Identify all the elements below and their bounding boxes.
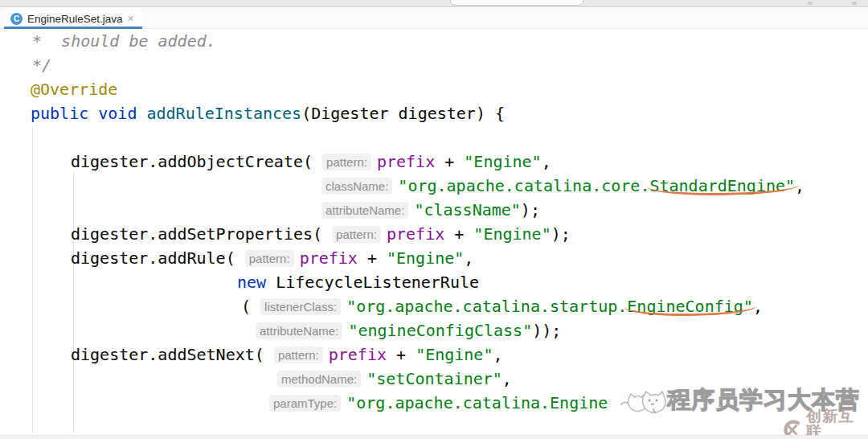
code-line: methodName:"setContainer", bbox=[277, 367, 512, 391]
code-segment: + bbox=[387, 345, 416, 364]
code-line: digester.addSetNext( pattern:prefix + "E… bbox=[71, 343, 503, 367]
code-segment: */ bbox=[32, 55, 51, 75]
ide-window: * should be added.*/@Overridepublic void… bbox=[0, 0, 868, 439]
active-tab-indicator bbox=[4, 27, 142, 29]
code-segment: (Digester digester) { bbox=[301, 104, 505, 123]
code-segment: digester.addObjectCreate( bbox=[71, 152, 322, 171]
code-line: @Override bbox=[31, 77, 117, 101]
toolbar-icon-fragment bbox=[808, 2, 813, 5]
code-segment: "Engine" bbox=[473, 224, 551, 244]
code-segment: "className" bbox=[414, 200, 520, 220]
code-line: ( listenerClass:"org.apache.catalina.sta… bbox=[241, 294, 763, 318]
code-segment: new bbox=[237, 273, 276, 292]
editor-tab-bar: C EngineRuleSet.java × bbox=[0, 8, 868, 29]
code-line: digester.addObjectCreate( pattern:prefix… bbox=[71, 150, 551, 174]
code-segment: + bbox=[435, 152, 464, 171]
parameter-hint: attributeName: bbox=[321, 202, 408, 219]
code-line: digester.addRule( pattern:prefix + "Engi… bbox=[71, 246, 473, 270]
code-segment: + bbox=[444, 224, 473, 244]
code-segment: )); bbox=[532, 321, 561, 340]
indent-guide bbox=[32, 127, 33, 433]
code-segment: ( bbox=[241, 297, 260, 316]
parameter-hint: methodName: bbox=[277, 371, 361, 388]
code-segment: LifecycleListenerRule bbox=[276, 273, 479, 292]
code-segment: , bbox=[493, 345, 502, 364]
code-line: new LifecycleListenerRule bbox=[237, 270, 479, 294]
tab-close-icon[interactable]: × bbox=[128, 13, 134, 24]
parameter-hint: className: bbox=[321, 178, 392, 195]
code-segment: , bbox=[542, 152, 551, 171]
parameter-hint: pattern: bbox=[274, 347, 323, 363]
code-line: attributeName:"engineConfigClass")); bbox=[256, 318, 561, 343]
code-segment: "org.apache.catalina.Engine bbox=[346, 393, 608, 412]
java-class-icon: C bbox=[10, 13, 23, 25]
parameter-hint: listenerClass: bbox=[260, 298, 341, 315]
parameter-hint: pattern: bbox=[245, 250, 294, 267]
code-line: public void addRuleInstances(Digester di… bbox=[31, 101, 505, 125]
code-segment: "Engine" bbox=[464, 152, 541, 171]
code-segment: addRuleInstances bbox=[147, 104, 302, 123]
code-editor[interactable]: * should be added.*/@Overridepublic void… bbox=[0, 0, 868, 439]
code-segment: ); bbox=[521, 200, 540, 220]
code-segment: , bbox=[502, 369, 512, 388]
code-line: */ bbox=[32, 53, 51, 77]
code-segment: + bbox=[358, 248, 387, 268]
toolbar-icon-fragment bbox=[852, 2, 857, 5]
code-line: * should be added. bbox=[32, 29, 216, 53]
parameter-hint: attributeName: bbox=[256, 322, 342, 339]
code-line: attributeName:"className"); bbox=[321, 198, 540, 222]
code-segment: @Override bbox=[31, 80, 117, 99]
parameter-hint: paramType: bbox=[269, 395, 341, 412]
code-segment: "Engine" bbox=[416, 345, 493, 364]
code-segment: * should be added. bbox=[32, 31, 216, 51]
toolbar-search-field[interactable] bbox=[450, 0, 583, 6]
tab-label: EngineRuleSet.java bbox=[27, 13, 123, 25]
code-segment: "org.apache.catalina.core. bbox=[398, 176, 649, 195]
underlined-code: StandardEngine" bbox=[649, 176, 795, 195]
underlined-code: EngineConfig" bbox=[627, 297, 753, 316]
code-line: paramType:"org.apache.catalina.Engine bbox=[269, 391, 608, 415]
code-segment: public void bbox=[31, 104, 147, 123]
code-segment: digester.addSetProperties( bbox=[71, 224, 332, 244]
code-line: digester.addSetProperties( pattern:prefi… bbox=[71, 222, 571, 246]
code-line: className:"org.apache.catalina.core.Stan… bbox=[321, 174, 805, 198]
code-segment: "setContainer" bbox=[366, 369, 502, 388]
parameter-hint: pattern: bbox=[322, 154, 371, 170]
window-toolbar-partial bbox=[0, 0, 868, 7]
window-bottom-edge bbox=[0, 435, 868, 439]
parameter-hint: pattern: bbox=[332, 226, 381, 243]
code-segment: digester.addSetNext( bbox=[71, 345, 274, 364]
code-segment: "org.apache.catalina.startup. bbox=[346, 297, 627, 316]
code-segment: prefix bbox=[387, 224, 444, 244]
code-segment: prefix bbox=[377, 152, 435, 171]
indent-guide bbox=[73, 172, 74, 433]
code-segment: prefix bbox=[300, 248, 358, 268]
code-segment: , bbox=[464, 248, 473, 268]
code-segment: prefix bbox=[329, 345, 387, 364]
code-segment: digester.addRule( bbox=[71, 248, 245, 268]
code-segment: "Engine" bbox=[387, 248, 464, 268]
code-segment: ); bbox=[551, 224, 571, 244]
code-segment: "engineConfigClass" bbox=[348, 321, 532, 340]
